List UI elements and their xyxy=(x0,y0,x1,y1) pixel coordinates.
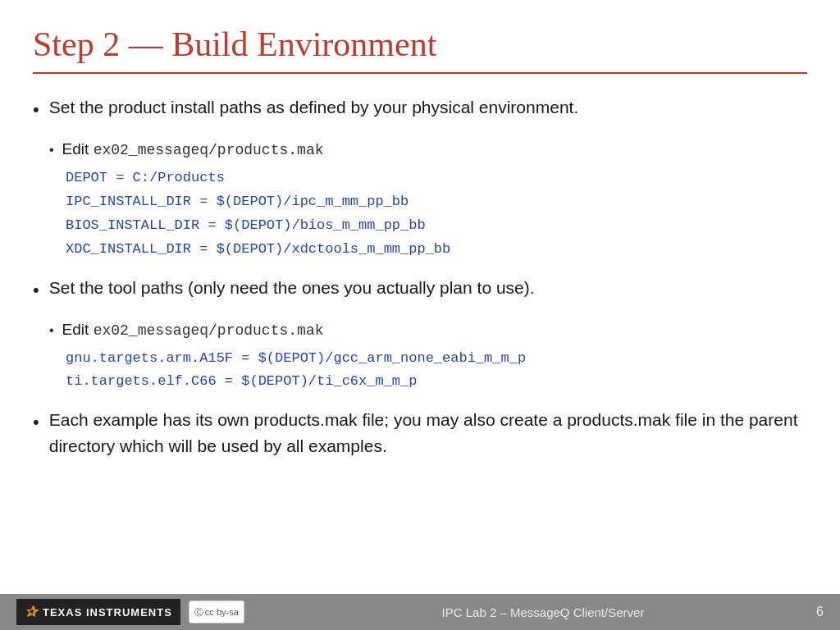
bullet-dot: • xyxy=(33,96,39,123)
page-number: 6 xyxy=(799,605,824,619)
code-line: BIOS_INSTALL_DIR = $(DEPOT)/bios_m_mm_pp… xyxy=(66,214,807,238)
bullet-l2-2-text: Edit ex02_messageq/products.mak xyxy=(62,318,324,342)
bullet-l2-1: • Edit ex02_messageq/products.mak xyxy=(49,138,807,162)
code-line: DEPOT = C:/Products xyxy=(66,167,807,190)
code-block-1: DEPOT = C:/Products IPC_INSTALL_DIR = $(… xyxy=(66,167,807,262)
bullet-l1-3: • Each example has its own products.mak … xyxy=(33,407,807,459)
edit-prefix: Edit xyxy=(62,140,94,158)
bullet-l1-2: • Set the tool paths (only need the ones… xyxy=(33,275,807,304)
cc-label: cc by-sa xyxy=(205,607,239,617)
ti-logo: ✰ Texas Instruments xyxy=(16,599,180,625)
code-line: IPC_INSTALL_DIR = $(DEPOT)/ipc_m_mm_pp_b… xyxy=(66,190,807,214)
bullet-dot: • xyxy=(33,276,39,304)
footer: ✰ Texas Instruments Ⓒ cc by-sa IPC Lab 2… xyxy=(0,594,840,630)
slide-content: • Set the product install paths as defin… xyxy=(33,94,807,578)
bullet-l1-1: • Set the product install paths as defin… xyxy=(33,94,807,123)
slide-title: Step 2 — Build Environment xyxy=(33,25,807,74)
edit-filename-2: ex02_messageq/products.mak xyxy=(94,322,324,339)
code-line: ti.targets.elf.C66 = $(DEPOT)/ti_c6x_m_m… xyxy=(66,370,807,394)
ti-label: Texas Instruments xyxy=(43,606,172,619)
bullet-3: • Each example has its own products.mak … xyxy=(33,407,807,459)
footer-left: ✰ Texas Instruments Ⓒ cc by-sa xyxy=(16,599,287,625)
bullet-2: • Set the tool paths (only need the ones… xyxy=(33,275,807,395)
bullet-l2-1-text: Edit ex02_messageq/products.mak xyxy=(62,138,324,162)
bullet-dot-sub: • xyxy=(49,321,54,340)
bullet-l1-1-text: Set the product install paths as defined… xyxy=(49,94,579,121)
bullet-l1-2-text: Set the tool paths (only need the ones y… xyxy=(49,275,535,301)
edit-prefix-2: Edit xyxy=(62,321,94,338)
code-line: gnu.targets.arm.A15F = $(DEPOT)/gcc_arm_… xyxy=(66,347,807,371)
cc-badge: Ⓒ cc by-sa xyxy=(189,600,244,623)
bullet-dot: • xyxy=(33,409,39,436)
bullet-l2-2: • Edit ex02_messageq/products.mak xyxy=(49,318,807,342)
cc-icon: Ⓒ xyxy=(194,606,203,619)
code-block-2: gnu.targets.arm.A15F = $(DEPOT)/gcc_arm_… xyxy=(66,347,807,395)
footer-center-text: IPC Lab 2 – MessageQ Client/Server xyxy=(287,605,799,619)
bullet-l1-3-text: Each example has its own products.mak fi… xyxy=(49,407,807,459)
ti-icon: ✰ xyxy=(25,603,38,621)
bullet-1: • Set the product install paths as defin… xyxy=(33,94,807,262)
code-line: XDC_INSTALL_DIR = $(DEPOT)/xdctools_m_mm… xyxy=(66,238,807,262)
slide: Step 2 — Build Environment • Set the pro… xyxy=(0,0,840,594)
edit-filename-1: ex02_messageq/products.mak xyxy=(94,142,324,158)
bullet-dot-sub: • xyxy=(49,140,54,160)
